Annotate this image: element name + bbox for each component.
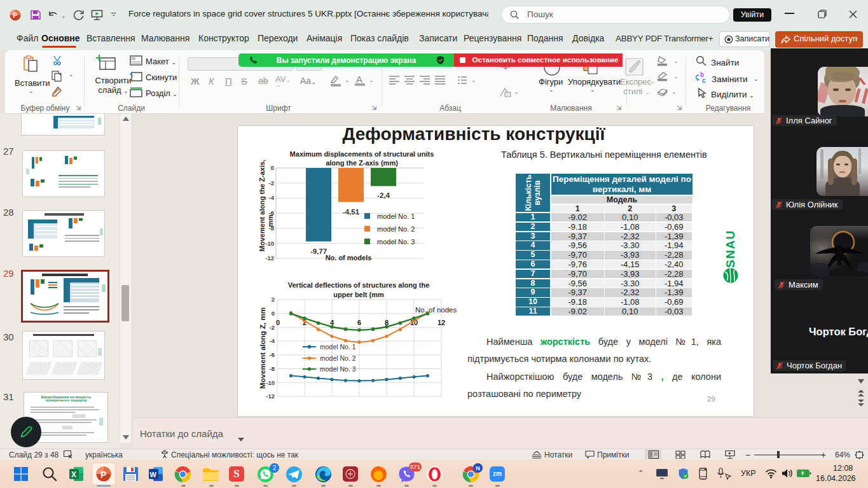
svg-text:-2,4: -2,4 — [377, 192, 390, 199]
svg-text:-4: -4 — [270, 337, 275, 344]
svg-text:-9,77: -9,77 — [310, 247, 327, 255]
svg-text:-10: -10 — [266, 379, 275, 386]
svg-text:6: 6 — [357, 319, 361, 326]
svg-text:model No. 3: model No. 3 — [377, 238, 415, 246]
svg-text:-4,51: -4,51 — [343, 208, 360, 216]
svg-text:Vertical deflections of struct: Vertical deflections of structures along… — [288, 281, 430, 289]
svg-text:0: 0 — [272, 310, 275, 317]
svg-text:No. of nodes: No. of nodes — [415, 306, 457, 314]
svg-text:-2: -2 — [269, 179, 274, 186]
svg-text:-8: -8 — [270, 365, 275, 372]
svg-text:upper belt (mm: upper belt (mm — [333, 291, 384, 298]
svg-text:P: P — [13, 12, 17, 19]
svg-text:-4: -4 — [269, 194, 275, 201]
svg-text:Maximum displacements of struc: Maximum displacements of structural unit… — [290, 150, 434, 158]
svg-text:Movement along Z, mm: Movement along Z, mm — [259, 307, 266, 389]
svg-text:model No. 1: model No. 1 — [377, 213, 415, 220]
svg-text:-2: -2 — [270, 324, 275, 331]
svg-text:No. of models: No. of models — [326, 254, 372, 261]
svg-text:1: 1 — [349, 172, 352, 178]
svg-text:-12: -12 — [266, 393, 275, 400]
svg-text:2: 2 — [272, 296, 275, 303]
svg-text:-12: -12 — [265, 254, 274, 261]
svg-text:X: X — [71, 470, 76, 479]
svg-text:-6: -6 — [270, 351, 275, 358]
svg-text:model No. 3: model No. 3 — [320, 365, 356, 373]
svg-text:model No. 2: model No. 2 — [377, 225, 415, 233]
svg-text:Movement along the Z-axis,: Movement along the Z-axis, — [258, 160, 266, 251]
svg-text:0: 0 — [271, 164, 274, 171]
svg-text:P: P — [100, 470, 106, 480]
svg-text:c: c — [702, 77, 706, 84]
svg-text:SNAU: SNAU — [724, 230, 737, 268]
svg-text:model No. 2: model No. 2 — [320, 354, 356, 362]
svg-text:-10: -10 — [265, 240, 274, 247]
svg-text:0: 0 — [276, 319, 280, 326]
svg-text:model No. 1: model No. 1 — [320, 343, 356, 351]
svg-text:along the Z-axis (mm): along the Z-axis (mm) — [326, 159, 398, 167]
svg-text:12: 12 — [437, 319, 445, 326]
svg-text:mm: mm — [266, 214, 274, 227]
svg-text:W: W — [150, 471, 157, 478]
